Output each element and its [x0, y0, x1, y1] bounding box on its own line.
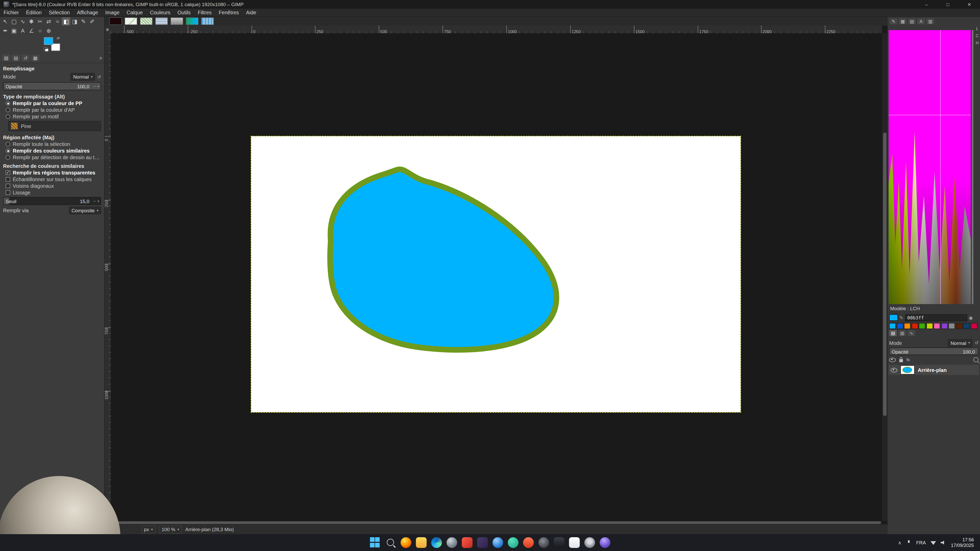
taskbar-explorer-icon[interactable] [416, 537, 427, 548]
move-tool-icon[interactable]: ↖ [1, 17, 10, 25]
tab-channels-icon[interactable]: ▥ [898, 330, 906, 336]
pattern-preview-stripes[interactable] [201, 17, 214, 25]
affected-region-option[interactable]: Remplir des couleurs similaires [0, 148, 104, 154]
default-colors-icon[interactable] [44, 48, 48, 52]
gradient-tool-icon[interactable]: ◨ [70, 17, 79, 25]
taskbar-purple-app-icon[interactable] [477, 537, 488, 548]
taskbar-blue-sphere-icon[interactable] [493, 537, 503, 548]
rectangle-select-tool-icon[interactable]: ▢ [10, 17, 18, 25]
color-picker-tool-icon[interactable]: ⊕ [45, 27, 53, 35]
taskbar-notes-icon[interactable] [569, 537, 580, 548]
tab-patterns-icon[interactable]: ▦ [899, 18, 907, 24]
menu-item[interactable]: Aide [242, 9, 260, 16]
ruler-corner-button[interactable]: ▣ [104, 25, 111, 34]
bucket-fill-tool-icon[interactable]: ◧ [62, 17, 70, 25]
clone-tool-icon[interactable]: ▣ [10, 27, 18, 35]
tab-tool-options-icon[interactable]: ▧ [2, 55, 10, 61]
gradient-preview-green-blue[interactable] [186, 17, 199, 25]
similar-colors-option[interactable]: Échantillonner sur tous les calques [0, 176, 104, 183]
taskbar-q-app-icon[interactable] [600, 537, 611, 548]
pattern-picker[interactable]: Pine [8, 121, 101, 131]
palette-swatch[interactable] [889, 323, 896, 329]
tab-document-history-icon[interactable]: ▥ [926, 18, 934, 24]
taskbar-steam-icon[interactable] [447, 537, 457, 548]
palette-swatch[interactable] [926, 323, 933, 329]
taskbar-teal-app-icon[interactable] [508, 537, 519, 548]
ink-tool-icon[interactable]: ✒ [1, 27, 10, 35]
hidden-icons-chevron-icon[interactable]: ∧ [898, 540, 901, 545]
menu-item[interactable]: Image [102, 9, 123, 16]
fuzzy-select-tool-icon[interactable]: ✱ [27, 17, 36, 25]
color-select-area[interactable] [889, 30, 971, 304]
volume-icon[interactable] [941, 540, 946, 545]
fill-via-dropdown[interactable]: Composite ▾ [69, 206, 101, 214]
pattern-preview-blue[interactable] [155, 17, 168, 25]
menu-item[interactable]: Sélection [45, 9, 73, 16]
layer-mode-reset-icon[interactable]: ↺ [975, 340, 978, 345]
lock-pixels-icon[interactable] [899, 359, 903, 362]
tab-images-icon[interactable]: ▦ [31, 55, 39, 61]
pencil-tool-icon[interactable]: ✎ [79, 17, 88, 25]
taskbar-gimp-icon[interactable] [538, 537, 549, 548]
menu-item[interactable]: Fenêtres [215, 9, 242, 16]
layer-effects-button[interactable]: fx [907, 357, 910, 362]
palette-swatch[interactable] [970, 323, 977, 329]
close-button[interactable]: ✕ [959, 0, 980, 9]
visibility-icon[interactable] [889, 357, 896, 362]
measure-tool-icon[interactable]: ∠ [27, 27, 36, 35]
transform-tool-icon[interactable]: ⇄ [45, 17, 53, 25]
menu-item[interactable]: Fichier [0, 9, 22, 16]
opacity-decrement-icon[interactable]: − [93, 84, 95, 89]
dock-menu-icon[interactable]: ≡ [99, 56, 102, 60]
tab-gradients-icon[interactable]: ▤ [908, 18, 916, 24]
layer-visibility-icon[interactable] [891, 368, 897, 372]
unit-dropdown[interactable]: px ▾ [142, 525, 156, 534]
taskbar-terminal-icon[interactable] [554, 537, 565, 548]
taskbar-orange-pin-icon[interactable] [523, 537, 534, 548]
palette-swatch[interactable] [948, 323, 955, 329]
similar-colors-option[interactable]: Voisins diagonaux [0, 183, 104, 189]
hex-color-field[interactable]: 00b3ff [905, 314, 967, 321]
language-indicator[interactable]: FRA [916, 540, 926, 545]
edit-color-icon[interactable]: ✎ [899, 315, 903, 320]
color-area-scrollbar[interactable] [972, 30, 974, 304]
horizontal-ruler[interactable]: -500 -250 0 250 500 750 [111, 25, 882, 34]
palette-swatch[interactable] [919, 323, 925, 329]
fill-type-option[interactable]: Remplir par la couleur de PP [0, 100, 104, 106]
current-color-swatch[interactable] [889, 314, 898, 321]
layer-mode-dropdown[interactable]: Normal ▾ [948, 339, 973, 347]
affected-region-option[interactable]: Remplir par détection de dessin au trait [0, 154, 104, 161]
taskbar-settings-icon[interactable] [584, 537, 595, 548]
canvas[interactable] [251, 136, 741, 412]
swap-colors-icon[interactable]: ⇄ [57, 36, 60, 40]
menu-item[interactable]: Calque [123, 9, 146, 16]
menu-item[interactable]: Affichage [73, 9, 102, 16]
foreground-color-swatch[interactable] [44, 37, 53, 45]
tab-paths-icon[interactable]: ∿ [907, 330, 915, 336]
palette-swatch[interactable] [941, 323, 948, 329]
network-icon[interactable] [931, 540, 936, 545]
menu-item[interactable]: Édition [22, 9, 45, 16]
pattern-preview-green[interactable] [140, 17, 153, 25]
crop-tool-icon[interactable]: ✂ [36, 17, 45, 25]
menu-item[interactable]: Filtres [194, 9, 215, 16]
zoom-dropdown[interactable]: 100 % ▾ [159, 525, 182, 534]
mode-reset-icon[interactable]: ↺ [97, 74, 101, 79]
palette-swatch[interactable] [963, 323, 970, 329]
palette-swatch[interactable] [904, 323, 911, 329]
free-select-tool-icon[interactable]: ∿ [18, 17, 27, 25]
vertical-ruler[interactable]: 0 250 500 750 1000 [104, 33, 111, 521]
taskbar-clock[interactable]: 17:56 17/09/2025 [951, 537, 974, 548]
search-layers-icon[interactable] [974, 357, 978, 362]
maximize-button[interactable]: □ [937, 0, 959, 9]
threshold-slider[interactable]: Seuil 15,0 − + [3, 197, 101, 205]
tab-undo-history-icon[interactable]: ↺ [21, 55, 30, 61]
palette-swatch[interactable] [934, 323, 940, 329]
color-picker-icon[interactable]: ◉ [969, 315, 973, 320]
palette-swatch[interactable] [912, 323, 918, 329]
taskbar-edge-icon[interactable] [431, 537, 442, 548]
paintbrush-tool-icon[interactable]: ✐ [88, 17, 97, 25]
palette-swatch[interactable] [956, 323, 963, 329]
minimize-button[interactable]: – [916, 0, 937, 9]
palette-swatch[interactable] [897, 323, 903, 329]
